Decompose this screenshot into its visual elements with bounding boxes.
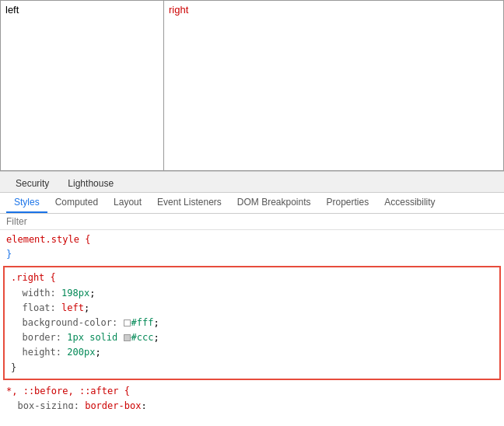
float-value: left bbox=[61, 302, 84, 313]
element-style-close: } bbox=[6, 249, 12, 260]
preview-right: right bbox=[164, 1, 503, 170]
filter-input[interactable] bbox=[6, 216, 498, 227]
float-property: float bbox=[22, 302, 50, 313]
bg-color-property: background-color bbox=[22, 317, 112, 328]
tab-styles[interactable]: Styles bbox=[6, 193, 47, 213]
bg-color-value: #fff bbox=[131, 317, 154, 328]
universal-rule: *, ::before, ::after { box-sizing: borde… bbox=[0, 382, 504, 409]
devtools-sub-tabs: Styles Computed Layout Event Listeners D… bbox=[0, 193, 504, 214]
border-value: 1px solid bbox=[67, 332, 123, 343]
tab-layout[interactable]: Layout bbox=[106, 193, 149, 213]
preview-area: left right bbox=[0, 0, 504, 171]
css-panel: element.style { } .right { width: 198px;… bbox=[0, 230, 504, 409]
tab-computed[interactable]: Computed bbox=[47, 193, 106, 213]
box-sizing-value: border-box bbox=[85, 400, 141, 409]
tab-security[interactable]: Security bbox=[6, 175, 58, 192]
right-selector: .right { bbox=[11, 272, 56, 283]
height-property: height bbox=[22, 347, 55, 358]
box-sizing-property: box-sizing bbox=[17, 400, 73, 409]
height-value: 200px bbox=[67, 347, 95, 358]
tab-accessibility[interactable]: Accessibility bbox=[376, 193, 443, 213]
width-property: width bbox=[22, 288, 50, 299]
element-style-selector: element.style { bbox=[6, 234, 90, 245]
right-rule: .right { width: 198px; float: left; back… bbox=[3, 266, 501, 379]
tab-dom-breakpoints[interactable]: DOM Breakpoints bbox=[229, 193, 319, 213]
universal-selector: *, ::before, ::after { bbox=[6, 386, 130, 396]
right-label: right bbox=[169, 4, 188, 16]
right-rule-close: } bbox=[11, 362, 16, 373]
tab-event-listeners[interactable]: Event Listeners bbox=[149, 193, 229, 213]
left-label: left bbox=[5, 4, 19, 16]
right-rule-container: .right { width: 198px; float: left; back… bbox=[0, 266, 504, 379]
devtools-panel: Security Lighthouse Styles Computed Layo… bbox=[0, 171, 504, 409]
devtools-top-tabs: Security Lighthouse bbox=[0, 172, 504, 193]
tab-properties[interactable]: Properties bbox=[319, 193, 377, 213]
border-color-swatch bbox=[124, 334, 131, 341]
tab-lighthouse[interactable]: Lighthouse bbox=[58, 175, 123, 192]
filter-bar bbox=[0, 214, 504, 230]
bg-color-swatch bbox=[124, 320, 131, 326]
border-property: border bbox=[22, 332, 55, 343]
preview-left: left bbox=[1, 1, 164, 170]
element-style-rule: element.style { } bbox=[0, 230, 504, 264]
border-color-value: #ccc bbox=[131, 332, 154, 343]
width-value: 198px bbox=[61, 288, 89, 299]
